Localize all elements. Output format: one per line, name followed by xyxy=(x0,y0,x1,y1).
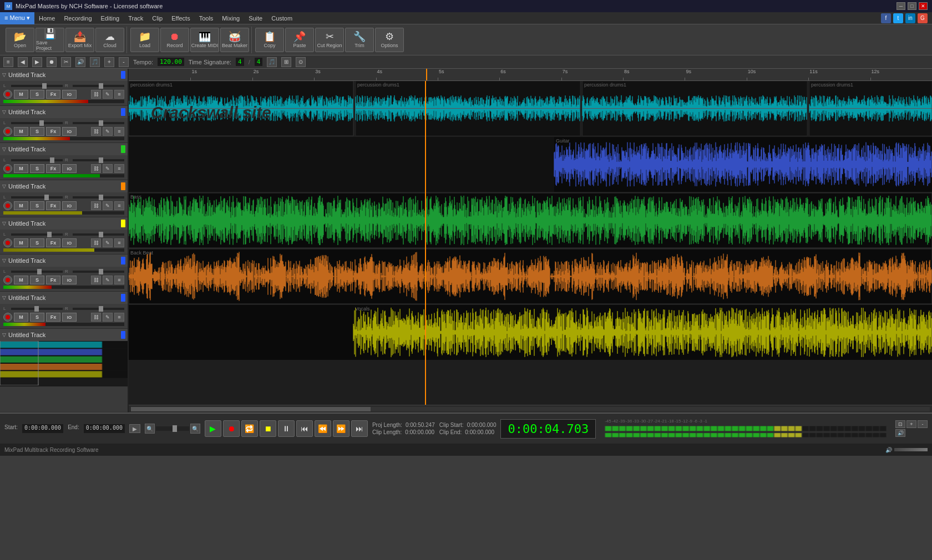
scroll-track[interactable] xyxy=(131,407,930,411)
zoom-in-right-btn[interactable]: + xyxy=(906,420,916,428)
track-1-pan-thumb[interactable] xyxy=(99,83,103,89)
track-6-record-btn[interactable] xyxy=(3,276,12,284)
track-5-mute-btn[interactable]: M xyxy=(14,238,28,247)
track-3-eq-icon[interactable]: ≡ xyxy=(114,164,124,173)
track-6-name[interactable]: Untitled Track xyxy=(8,257,119,264)
track-2-mute-btn[interactable]: M xyxy=(14,127,28,136)
track-3-mute-btn[interactable]: M xyxy=(14,164,28,173)
track-5-solo-btn[interactable]: S xyxy=(30,238,44,247)
track-3-arrow[interactable]: ▽ xyxy=(2,146,6,152)
track-6-mute-btn[interactable]: M xyxy=(14,276,28,284)
record-btn[interactable]: ⏺ xyxy=(223,420,240,437)
track-4-record-btn[interactable] xyxy=(3,201,12,210)
track-6-fx-btn[interactable]: Fx xyxy=(46,276,60,284)
track-4-name[interactable]: Untitled Track xyxy=(8,183,119,190)
forward-btn[interactable]: ⏩ xyxy=(333,420,350,437)
scroll-thumb[interactable] xyxy=(131,407,371,411)
toolbar2-btn2[interactable]: ◀ xyxy=(18,57,28,67)
track-4-solo-btn[interactable]: S xyxy=(30,201,44,210)
track-4-level-fader[interactable] xyxy=(11,196,63,198)
track-4-fader-thumb[interactable] xyxy=(44,195,49,200)
menu-suite[interactable]: Suite xyxy=(244,12,267,24)
cut-region-button[interactable]: ✂ Cut Region xyxy=(315,28,344,52)
track-3-io-btn[interactable]: IO xyxy=(62,164,77,173)
track-1-eq-icon[interactable]: ≡ xyxy=(114,90,124,99)
close-btn[interactable]: ✕ xyxy=(919,2,928,10)
track-7-mute-btn[interactable]: M xyxy=(14,313,28,322)
track-5-pan-thumb[interactable] xyxy=(99,232,103,237)
track-5-io-btn[interactable]: IO xyxy=(62,238,77,247)
track-4-chain-icon[interactable]: ⛓ xyxy=(91,201,101,210)
track-1-arrow[interactable]: ▽ xyxy=(2,72,6,78)
track-2-eq-icon[interactable]: ≡ xyxy=(114,127,124,136)
menu-custom[interactable]: Custom xyxy=(267,12,297,24)
track-2-name[interactable]: Untitled Track xyxy=(8,109,119,115)
track-7-eq-icon[interactable]: ≡ xyxy=(114,313,124,322)
timeline-ruler[interactable]: 1s2s3s4s5s6s7s8s9s10s11s12s xyxy=(129,69,932,81)
track-7-level-fader[interactable] xyxy=(11,308,63,310)
zoom-in-btn[interactable]: 🔍 xyxy=(190,424,200,434)
track-6-pan-thumb[interactable] xyxy=(99,269,103,274)
track-1-pan-fader[interactable] xyxy=(73,85,124,87)
toolbar2-btn9[interactable]: - xyxy=(119,57,129,67)
track-7-chain-icon[interactable]: ⛓ xyxy=(91,313,101,322)
export-mix-button[interactable]: 📤 Export Mix xyxy=(65,28,94,52)
track-6-io-btn[interactable]: IO xyxy=(62,276,77,284)
track-8-name[interactable]: Untitled Track xyxy=(8,332,119,338)
track-7-record-btn[interactable] xyxy=(3,313,12,322)
track-5-name[interactable]: Untitled Track xyxy=(8,220,119,227)
track-7-fx-btn[interactable]: Fx xyxy=(46,313,60,322)
track-4-pan-fader[interactable] xyxy=(73,196,124,198)
toolbar2-btn5[interactable]: ✂ xyxy=(61,57,71,67)
zoom-fit-btn[interactable]: ⊡ xyxy=(895,420,905,428)
menu-editing[interactable]: Editing xyxy=(97,12,124,24)
metronome-btn[interactable]: 🎵 xyxy=(267,57,277,67)
track-1-edit-icon[interactable]: ✎ xyxy=(103,90,113,99)
track-4-eq-icon[interactable]: ≡ xyxy=(114,201,124,210)
track-3-edit-icon[interactable]: ✎ xyxy=(103,164,113,173)
track-5-pan-fader[interactable] xyxy=(73,233,124,236)
track-6-solo-btn[interactable]: S xyxy=(30,276,44,284)
menu-effects[interactable]: Effects xyxy=(167,12,194,24)
stop-btn[interactable]: ⏹ xyxy=(260,420,276,437)
track-1-chain-icon[interactable]: ⛓ xyxy=(91,90,101,99)
zoom-thumb[interactable] xyxy=(173,425,177,432)
track-5-chain-icon[interactable]: ⛓ xyxy=(91,238,101,247)
cloud-button[interactable]: ☁ Cloud xyxy=(95,28,124,52)
track-6-fader-thumb[interactable] xyxy=(37,269,42,274)
track-3-name[interactable]: Untitled Track xyxy=(8,146,119,152)
menu-clip[interactable]: Clip xyxy=(148,12,167,24)
loop-btn[interactable]: 🔁 xyxy=(241,420,258,437)
vol-btn[interactable]: 🔊 xyxy=(895,429,905,437)
track-4-mute-btn[interactable]: M xyxy=(14,201,28,210)
track-4-io-btn[interactable]: IO xyxy=(62,201,77,210)
track-4-pan-thumb[interactable] xyxy=(99,195,103,200)
open-button[interactable]: 📂 Open xyxy=(6,28,34,52)
track-3-record-btn[interactable] xyxy=(3,164,12,173)
menu-tools[interactable]: Tools xyxy=(195,12,218,24)
trim-button[interactable]: 🔧 Trim xyxy=(345,28,374,52)
track-5-level-fader[interactable] xyxy=(11,233,63,236)
track-2-level-fader[interactable] xyxy=(11,122,63,124)
track-2-io-btn[interactable]: IO xyxy=(62,127,77,136)
toolbar2-btn4[interactable]: ⏺ xyxy=(47,57,57,67)
rewind-btn[interactable]: ⏪ xyxy=(315,420,331,437)
master-volume-slider[interactable] xyxy=(894,448,928,451)
track-2-fader-thumb[interactable] xyxy=(39,120,44,126)
track-6-pan-fader[interactable] xyxy=(73,271,124,273)
toolbar2-btn6[interactable]: 🔊 xyxy=(75,57,85,67)
time-sig-denominator[interactable]: 4 xyxy=(255,58,263,66)
track-6-chain-icon[interactable]: ⛓ xyxy=(91,276,101,284)
track-1-fader-thumb[interactable] xyxy=(42,83,47,89)
maximize-btn[interactable]: □ xyxy=(908,2,916,10)
track-3-fader-thumb[interactable] xyxy=(50,157,54,163)
track-7-pan-thumb[interactable] xyxy=(99,306,103,312)
track-7-arrow[interactable]: ▽ xyxy=(2,295,6,301)
play-btn[interactable]: ▶ xyxy=(205,420,221,437)
toolbar2-btn8[interactable]: + xyxy=(104,57,114,67)
track-2-fx-btn[interactable]: Fx xyxy=(46,127,60,136)
track-7-pan-fader[interactable] xyxy=(73,308,124,310)
track-4-arrow[interactable]: ▽ xyxy=(2,184,6,189)
waveform-canvas[interactable] xyxy=(129,81,932,405)
track-5-edit-icon[interactable]: ✎ xyxy=(103,238,113,247)
